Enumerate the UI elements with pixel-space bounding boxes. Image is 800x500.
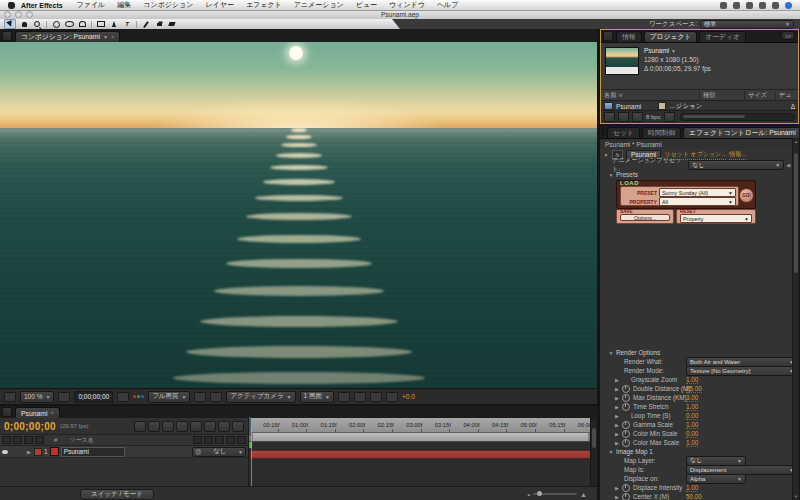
group-twirl-icon[interactable]: ▼ — [608, 350, 614, 356]
timeline-button-icon[interactable] — [370, 392, 382, 402]
blend-mode-header-icon[interactable] — [204, 436, 213, 444]
property-twirl-icon[interactable]: ▶ — [614, 440, 620, 446]
shy-layers-icon[interactable] — [176, 421, 188, 432]
timeline-scrollbar[interactable] — [590, 418, 597, 486]
effect-row-time-stretch[interactable]: ▶Time Stretch1.00 — [600, 402, 793, 411]
effect-row-max-distance-km[interactable]: ▶Max Distance (KM)3.00 — [600, 393, 793, 402]
tab-composition[interactable]: コンポジション: Psunami ▼ × — [15, 31, 120, 42]
channel-rgb-icon[interactable] — [133, 395, 144, 398]
tab-1[interactable]: プロジェクト — [644, 31, 698, 42]
property-value[interactable]: 1.00 — [686, 376, 698, 384]
column-duration[interactable]: デュ — [776, 91, 798, 100]
menu-item-3[interactable]: レイヤー — [205, 0, 234, 10]
transparency-grid-icon[interactable] — [210, 392, 222, 402]
effects-scrollbar[interactable]: ▲ ▼ — [792, 138, 799, 500]
column-type[interactable]: 種類 — [700, 91, 745, 100]
region-of-interest-icon[interactable] — [194, 392, 206, 402]
number-column-header[interactable]: # — [54, 437, 57, 443]
effect-row-grayscale-zoom[interactable]: ▶Grayscale Zoom1.00 — [600, 375, 793, 384]
comp-current-time[interactable]: 0;00;00;00 — [74, 391, 113, 403]
reset-property-dropdown[interactable]: Property▼ — [680, 214, 752, 223]
property-twirl-icon[interactable]: ▶ — [614, 431, 620, 437]
effect-row-loop-time-s[interactable]: ▶Loop Time (S)0.00 — [600, 411, 793, 420]
brush-tool-icon[interactable] — [141, 20, 151, 28]
menu-item-5[interactable]: アニメーション — [294, 0, 344, 10]
grid-guides-icon[interactable] — [58, 392, 70, 402]
animation-preset-dropdown[interactable]: なし▼ — [688, 160, 784, 170]
dropdown[interactable]: Texture [No Geometry]▼ — [686, 366, 798, 376]
motion-blur-icon[interactable] — [204, 421, 216, 432]
layer-parent-dropdown[interactable]: @なし▼ — [192, 447, 246, 457]
selection-tool-icon[interactable] — [4, 19, 16, 29]
composition-viewer[interactable] — [0, 42, 597, 388]
draft-3d-icon[interactable] — [162, 421, 174, 432]
switches-modes-toggle-button[interactable]: スイッチ / モード — [80, 489, 154, 500]
column-size[interactable]: サイズ — [745, 91, 776, 100]
group-twirl-icon[interactable]: ▼ — [608, 449, 614, 455]
property-value[interactable]: 1.00 — [686, 484, 698, 492]
tab-timeline-psunami[interactable]: Psunami× — [15, 407, 60, 418]
fast-previews-icon[interactable] — [354, 392, 366, 402]
property-value[interactable]: 0.00 — [686, 412, 698, 420]
timeline-zoom-slider[interactable]: ▴ ▲ — [528, 491, 587, 498]
effect-twirl-icon[interactable]: ▼ — [603, 152, 609, 158]
always-preview-icon[interactable] — [4, 392, 16, 402]
property-twirl-icon[interactable]: ▶ — [614, 404, 620, 410]
stopwatch-icon[interactable] — [622, 394, 630, 402]
effect-row-render-options[interactable]: ▼Render Options — [600, 348, 793, 357]
volume-icon[interactable] — [746, 2, 753, 9]
battery-icon[interactable] — [759, 2, 766, 9]
effect-row-displace-on[interactable]: Displace on:Alpha▼ — [600, 474, 793, 483]
presets-group-row[interactable]: ▼ Presets — [600, 170, 799, 179]
panel-gripper-icon[interactable] — [603, 31, 613, 41]
camera-view-dropdown[interactable]: アクティブカメラ▼ — [226, 391, 295, 403]
mask-rectangle-tool-icon[interactable] — [96, 20, 106, 28]
label-color-swatch[interactable] — [658, 102, 666, 110]
dropdown[interactable]: Alpha▼ — [686, 474, 746, 484]
snapshot-icon[interactable] — [117, 392, 129, 402]
rotation-tool-icon[interactable] — [51, 20, 61, 28]
spotlight-icon[interactable] — [785, 2, 792, 9]
source-name-column-header[interactable]: ソース名 — [69, 436, 93, 445]
menu-item-6[interactable]: ビュー — [356, 0, 377, 10]
column-name[interactable]: 名前 ∨ — [601, 91, 700, 100]
property-twirl-icon[interactable]: ▶ — [614, 377, 620, 383]
effects-header-icon[interactable] — [226, 436, 235, 444]
view-layout-dropdown[interactable]: 1 画面▼ — [300, 391, 334, 403]
load-go-button[interactable]: GO! — [739, 188, 754, 203]
layer-duration-bar[interactable] — [250, 450, 592, 459]
property-twirl-icon[interactable]: ▶ — [614, 485, 620, 491]
menu-item-4[interactable]: エフェクト — [246, 0, 282, 10]
track-matte-header-icon[interactable] — [215, 436, 224, 444]
stopwatch-icon[interactable] — [622, 439, 630, 447]
bluetooth-icon[interactable] — [720, 2, 727, 9]
effect-row-map-is[interactable]: Map Is:Displacement▼ — [600, 465, 793, 474]
stopwatch-icon[interactable] — [622, 430, 630, 438]
project-item-title[interactable]: Psunami — [644, 47, 669, 54]
property-twirl-icon[interactable]: ▶ — [614, 395, 620, 401]
track-area[interactable] — [249, 442, 592, 488]
apple-menu-icon[interactable] — [8, 2, 15, 9]
switches-header-icon[interactable] — [193, 436, 202, 444]
pixel-aspect-correction-icon[interactable] — [338, 392, 350, 402]
lock-column-icon[interactable] — [35, 436, 44, 444]
tab-2[interactable]: オーディオ — [699, 31, 746, 42]
tab-1[interactable]: 時間制御 — [642, 127, 681, 138]
panel-gripper-icon[interactable] — [2, 407, 12, 417]
tab-2[interactable]: エフェクトコントロール: Psunami — [683, 127, 799, 138]
effect-row-image-map-1[interactable]: ▼Image Map 1 — [600, 447, 793, 456]
interpret-footage-icon[interactable] — [604, 112, 615, 122]
layer-row[interactable]: ▶ 1 Psunami @なし▼ — [0, 446, 248, 458]
menu-item-8[interactable]: ヘルプ — [437, 0, 459, 10]
effect-row-color-min-scale[interactable]: ▶Color Min Scale0.00 — [600, 429, 793, 438]
magnification-dropdown[interactable]: 100 %▼ — [20, 391, 54, 403]
stopwatch-icon[interactable] — [622, 421, 630, 429]
pan-behind-tool-icon[interactable] — [77, 20, 87, 28]
effect-row-render-mode[interactable]: Render Mode:Texture [No Geometry]▼ — [600, 366, 793, 375]
hand-tool-icon[interactable] — [19, 20, 29, 28]
graph-editor-icon[interactable] — [232, 421, 244, 432]
new-folder-icon[interactable] — [618, 112, 629, 122]
property-value[interactable]: 1.00 — [686, 439, 698, 447]
load-property-dropdown[interactable]: All▼ — [659, 197, 736, 206]
brainstorm-icon[interactable] — [218, 421, 230, 432]
